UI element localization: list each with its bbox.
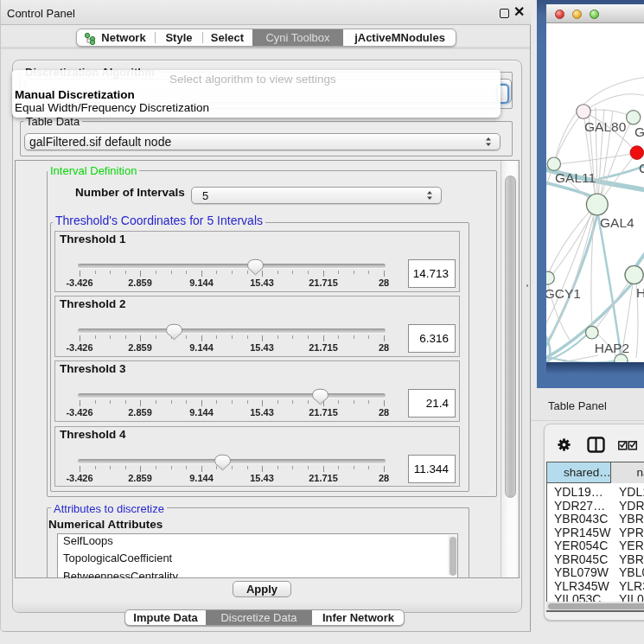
svg-text:HS: HS	[636, 285, 644, 300]
svg-text:GCY1: GCY1	[546, 286, 581, 301]
svg-text:HAP2: HAP2	[595, 341, 630, 355]
svg-text:GAL4: GAL4	[600, 215, 634, 230]
svg-text:GA: GA	[634, 124, 644, 139]
svg-text:GAL80: GAL80	[584, 119, 627, 134]
svg-text:CY: CY	[639, 161, 644, 175]
svg-text:GAL11: GAL11	[555, 170, 596, 185]
